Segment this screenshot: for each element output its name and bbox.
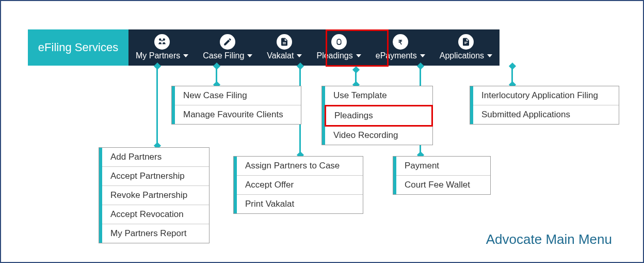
svg-text:₹: ₹ <box>398 38 403 45</box>
menu-item[interactable]: Add Partners <box>102 148 209 167</box>
nav-label-vakalat: Vakalat <box>267 51 294 60</box>
menu-pleadings: Use Template Pleadings Video Recording <box>321 86 433 145</box>
menu-item[interactable]: Assign Partners to Case <box>237 157 363 176</box>
menu-item-highlighted[interactable]: Pleadings <box>325 105 433 127</box>
menu-item[interactable]: Accept Revocation <box>102 205 209 224</box>
pencil-icon <box>220 34 235 50</box>
menu-item[interactable]: New Case Filing <box>175 86 301 105</box>
nav-item-pleadings[interactable]: Pleadings <box>309 29 368 66</box>
menu-item[interactable]: Revoke Partnership <box>102 186 209 205</box>
nav-label-case-filing: Case Filing <box>203 51 244 60</box>
chevron-down-icon <box>420 54 425 57</box>
nav-label-applications: Applications <box>440 51 484 60</box>
rupee-icon: ₹ <box>393 34 408 50</box>
menu-item[interactable]: Accept Partnership <box>102 167 209 186</box>
menu-item[interactable]: My Partners Report <box>102 224 209 243</box>
menu-vakalat: Assign Partners to Case Accept Offer Pri… <box>233 156 363 214</box>
menu-item[interactable]: Print Vakalat <box>237 195 363 213</box>
menu-epayments: Payment Court Fee Wallet <box>393 156 491 195</box>
menu-item[interactable]: Court Fee Wallet <box>396 176 490 194</box>
menu-item[interactable]: Video Recording <box>325 126 432 145</box>
menu-item[interactable]: Payment <box>396 157 490 176</box>
menu-case-filing: New Case Filing Manage Favourite Clients <box>171 86 301 125</box>
connector-line <box>156 66 158 145</box>
svg-point-2 <box>338 40 340 42</box>
menu-item[interactable]: Interlocutory Application Filing <box>473 86 619 105</box>
chevron-down-icon <box>297 54 302 57</box>
navbar: eFiling Services My Partners Case Filing <box>28 29 500 66</box>
doc2-icon <box>458 34 474 50</box>
nav-item-applications[interactable]: Applications <box>432 29 500 66</box>
menu-applications: Interlocutory Application Filing Submitt… <box>470 86 619 125</box>
nav-item-my-partners[interactable]: My Partners <box>128 29 196 66</box>
menu-item[interactable]: Accept Offer <box>237 176 363 195</box>
chevron-down-icon <box>356 54 361 57</box>
chevron-down-icon <box>247 54 252 57</box>
nav-label-epayments: ePayments <box>376 51 417 60</box>
chevron-down-icon <box>487 54 492 57</box>
menu-item[interactable]: Use Template <box>325 86 432 105</box>
hands-icon <box>331 34 347 50</box>
menu-item[interactable]: Manage Favourite Clients <box>175 105 301 124</box>
diagram-frame: eFiling Services My Partners Case Filing <box>0 0 644 263</box>
diagram-caption: Advocate Main Menu <box>486 231 612 247</box>
nav-items-container: My Partners Case Filing Vakalat <box>128 29 500 66</box>
doc-icon <box>277 34 292 50</box>
chevron-down-icon <box>183 54 188 57</box>
nav-label-pleadings: Pleadings <box>316 51 352 60</box>
brand-title: eFiling Services <box>28 29 128 66</box>
menu-my-partners: Add Partners Accept Partnership Revoke P… <box>99 147 210 243</box>
menu-item[interactable]: Submitted Applications <box>473 105 619 124</box>
partners-icon <box>154 34 170 50</box>
nav-item-epayments[interactable]: ₹ ePayments <box>368 29 432 66</box>
nav-label-my-partners: My Partners <box>136 51 180 60</box>
nav-item-vakalat[interactable]: Vakalat <box>260 29 309 66</box>
nav-item-case-filing[interactable]: Case Filing <box>196 29 260 66</box>
